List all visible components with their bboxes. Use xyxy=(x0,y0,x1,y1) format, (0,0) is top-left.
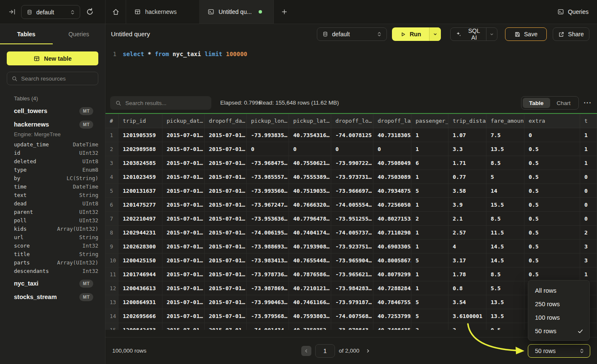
column-header[interactable]: dropoff_lo… xyxy=(331,114,373,128)
table-cell[interactable]: 40.7796478… xyxy=(289,212,331,226)
column-header[interactable]: trip_id xyxy=(119,114,162,128)
table-cell[interactable]: -73.987869… xyxy=(247,281,289,295)
table-cell[interactable]: 0.5 xyxy=(524,198,580,212)
table-cell[interactable]: 14 xyxy=(486,184,524,198)
tab-hackernews[interactable]: hackernews xyxy=(126,0,199,24)
table-cell[interactable]: 5 xyxy=(411,309,448,323)
column-header[interactable]: # xyxy=(105,114,119,128)
table-cell[interactable]: 40.7666320… xyxy=(289,198,331,212)
database-selector-query[interactable]: default xyxy=(317,27,387,41)
table-cell[interactable]: -73.973731… xyxy=(331,170,373,184)
table-cell[interactable]: 2015-07-01… xyxy=(162,281,205,295)
table-cell[interactable]: 0.77 xyxy=(448,170,486,184)
table-cell[interactable]: -73.988693… xyxy=(247,240,289,253)
share-button[interactable]: Share xyxy=(553,27,589,41)
column-header[interactable]: passenger_… xyxy=(411,114,448,128)
table-cell[interactable]: 2015-07-01… xyxy=(205,212,247,226)
table-cell[interactable]: 8.5 xyxy=(486,212,524,226)
table-cell[interactable]: 2015-07-01… xyxy=(162,212,205,226)
page-size-select[interactable]: 50 rows xyxy=(528,344,590,358)
table-cell[interactable]: 40.7655448… xyxy=(289,253,331,267)
table-cell[interactable]: 8.5 xyxy=(486,267,524,281)
table-cell[interactable]: 0.5 xyxy=(524,253,580,267)
table-cell[interactable]: 3.6100001 xyxy=(448,309,486,323)
table-cell[interactable]: 2015-07-01… xyxy=(205,281,247,295)
table-cell[interactable]: 2015-07-01… xyxy=(162,323,205,330)
table-cell[interactable]: 1 xyxy=(411,128,448,142)
table-cell[interactable]: 1200436613 xyxy=(119,281,162,295)
table-cell[interactable]: 2 xyxy=(411,323,448,330)
column-header[interactable]: pickup_lat… xyxy=(289,114,331,128)
table-cell[interactable]: 2015-07-01… xyxy=(162,184,205,198)
table-cell[interactable]: 40.7508049… xyxy=(373,156,411,170)
table-cell[interactable]: 40.7253799… xyxy=(373,309,411,323)
table-cell[interactable]: 2015-07-01… xyxy=(205,156,247,170)
table-cell[interactable]: 0 xyxy=(247,142,289,156)
collapse-sidebar-button[interactable] xyxy=(8,8,16,16)
table-cell[interactable]: 14.5 xyxy=(486,253,524,267)
tab-untitled-query-active[interactable]: Untitled qu... xyxy=(199,0,273,24)
table-cell[interactable]: 2015-07-01… xyxy=(205,295,247,309)
table-cell[interactable]: -73.979568… xyxy=(247,309,289,323)
sidebar-tab-queries[interactable]: Queries xyxy=(53,24,105,44)
table-cell[interactable]: 1 xyxy=(580,156,597,170)
table-cell[interactable]: 1.07 xyxy=(448,128,486,142)
table-cell[interactable]: 3.58 xyxy=(448,184,486,198)
table-cell[interactable]: -74.0078125 xyxy=(331,128,373,142)
view-toggle-table[interactable]: Table xyxy=(523,98,550,108)
table-cell[interactable]: 2015-07-01… xyxy=(205,128,247,142)
menu-item[interactable]: 250 rows xyxy=(528,297,589,311)
sidebar-table-nyc-taxi[interactable]: nyc_taxi MT xyxy=(0,277,105,290)
table-cell[interactable]: 1 xyxy=(411,281,448,295)
table-cell[interactable]: 11.5 xyxy=(486,226,524,240)
table-cell[interactable]: 0 xyxy=(580,170,597,184)
table-cell[interactable]: 5.5 xyxy=(486,281,524,295)
more-options-button[interactable]: ··· xyxy=(581,98,594,108)
table-cell[interactable]: 14.5 xyxy=(486,240,524,253)
table-cell[interactable]: 2015-07-01… xyxy=(205,198,247,212)
save-button[interactable]: Save xyxy=(505,27,547,41)
table-cell[interactable]: 2015-07-01… xyxy=(205,267,247,281)
table-cell[interactable]: 3 xyxy=(580,253,597,267)
column-header[interactable]: dropoff_da… xyxy=(205,114,247,128)
table-cell[interactable]: 2015-07-01… xyxy=(162,267,205,281)
table-cell[interactable]: 1201746944 xyxy=(119,267,162,281)
table-cell[interactable]: 1201023459 xyxy=(119,170,162,184)
table-cell[interactable]: 5 xyxy=(486,170,524,184)
column-header[interactable]: pickup_lon… xyxy=(247,114,289,128)
table-cell[interactable]: 40.7876586… xyxy=(289,267,331,281)
sidebar-table-stocks-stream[interactable]: stocks_stream MT xyxy=(0,290,105,304)
table-cell[interactable]: 40.7210121… xyxy=(289,281,331,295)
table-cell[interactable]: -74.001434 xyxy=(247,323,289,330)
run-options-caret[interactable] xyxy=(429,27,441,41)
table-cell[interactable]: 2.1 xyxy=(448,212,486,226)
table-cell[interactable]: 2015-07-01… xyxy=(162,309,205,323)
table-cell[interactable]: 1202695666 xyxy=(119,309,162,323)
table-cell[interactable]: 2015-07-01… xyxy=(205,240,247,253)
table-cell[interactable]: 13.5 xyxy=(486,295,524,309)
table-cell[interactable]: 15.5 xyxy=(486,198,524,212)
table-cell[interactable]: -73.985557… xyxy=(247,170,289,184)
table-cell[interactable]: -73.993835… xyxy=(247,128,289,142)
table-cell[interactable]: -73.953636… xyxy=(247,212,289,226)
table-cell[interactable]: 2015-07-01… xyxy=(205,323,247,330)
column-header[interactable]: fare_amount xyxy=(486,114,524,128)
table-cell[interactable]: 1 xyxy=(411,226,448,240)
menu-item[interactable]: All rows xyxy=(528,284,589,297)
table-cell[interactable]: 1201905359 xyxy=(119,128,162,142)
table-cell[interactable]: 5 xyxy=(411,295,448,309)
column-header[interactable]: trip_dista… xyxy=(448,114,486,128)
table-cell[interactable]: 2015-07-01… xyxy=(162,240,205,253)
table-cell[interactable]: 40.7846755… xyxy=(373,295,411,309)
table-cell[interactable]: -73.990463… xyxy=(247,295,289,309)
table-cell[interactable]: 2.57 xyxy=(448,226,486,240)
column-header[interactable]: extra xyxy=(524,114,580,128)
table-cell[interactable]: -74.005737… xyxy=(331,226,373,240)
table-cell[interactable]: 1.71 xyxy=(448,156,486,170)
table-cell[interactable]: 2015-07-01… xyxy=(205,142,247,156)
table-cell[interactable]: 40.7193908… xyxy=(289,240,331,253)
table-cell[interactable]: 40.8079299… xyxy=(373,267,411,281)
table-cell[interactable]: 40.7555389… xyxy=(289,170,331,184)
table-cell[interactable]: 2015-07-01… xyxy=(205,184,247,198)
table-cell[interactable]: 0.8 xyxy=(448,281,486,295)
